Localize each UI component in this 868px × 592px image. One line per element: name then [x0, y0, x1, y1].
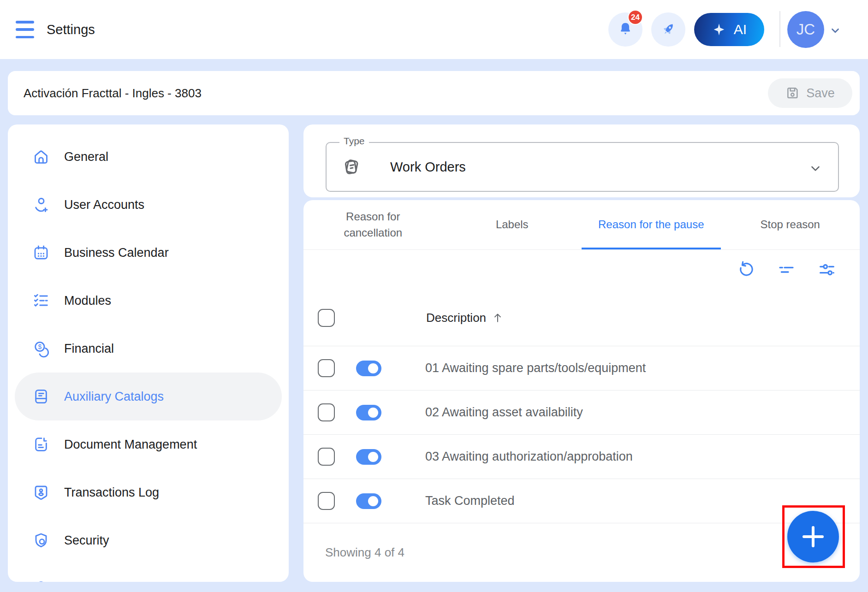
notifications-button[interactable]: 24	[608, 12, 642, 47]
enabled-toggle[interactable]	[356, 449, 381, 465]
notification-count-badge: 24	[628, 10, 643, 25]
table-row: 01 Awaiting spare parts/tools/equipment	[303, 346, 860, 390]
sidebar-item-modules[interactable]: Modules	[15, 277, 282, 325]
sidebar-item-label: Security	[64, 533, 109, 548]
user-avatar[interactable]: JC	[787, 11, 824, 48]
document-toolbar: Activación Fracttal - Ingles - 3803 Save	[8, 71, 860, 115]
sidebar-item-label: Modules	[64, 294, 111, 308]
account-menu-chevron-down-icon[interactable]	[829, 24, 841, 36]
type-field-label: Type	[339, 136, 369, 147]
sort-ascending-arrow-icon	[492, 312, 504, 324]
sidebar-item-financial[interactable]: $ Financial	[15, 325, 282, 373]
sidebar-item-api-connections[interactable]: API Connections	[15, 564, 282, 582]
type-select[interactable]: Type Work Orders	[326, 142, 839, 192]
sidebar-item-label: User Accounts	[64, 198, 144, 212]
top-header: Settings 24 A	[0, 0, 868, 59]
catalog-content-card: Reason for cancellation Labels Reason fo…	[303, 200, 860, 582]
sidebar-item-label: Business Calendar	[64, 246, 169, 260]
sidebar-item-label: Document Management	[64, 438, 197, 452]
tab-reason-for-cancellation[interactable]: Reason for cancellation	[303, 200, 443, 249]
showing-count-label: Showing 4 of 4	[325, 545, 404, 560]
sidebar-item-label: API Connections	[64, 581, 157, 582]
refresh-button[interactable]	[736, 260, 755, 279]
row-checkbox[interactable]	[318, 359, 335, 377]
row-description: 03 Awaiting authorization/approbation	[425, 450, 633, 464]
row-description: 02 Awaiting asset availability	[425, 405, 583, 420]
row-checkbox[interactable]	[318, 492, 335, 510]
save-button-label: Save	[806, 86, 835, 101]
ai-button-label: AI	[734, 22, 747, 37]
tab-label: Reason for cancellation	[332, 209, 415, 241]
user-add-icon	[32, 195, 50, 214]
type-chevron-down-icon	[809, 161, 822, 175]
modules-checklist-icon	[32, 291, 50, 310]
tab-label: Stop reason	[761, 217, 820, 233]
table-row: Task Completed	[303, 479, 860, 523]
api-globe-icon	[32, 579, 50, 582]
row-checkbox[interactable]	[318, 448, 335, 466]
sidebar-item-transactions-log[interactable]: Transactions Log	[15, 468, 282, 516]
settings-sidebar: General User Accounts Business Calendar	[8, 124, 289, 582]
catalog-book-icon	[32, 387, 50, 406]
sidebar-item-business-calendar[interactable]: Business Calendar	[15, 229, 282, 277]
sparkle-icon	[712, 22, 726, 37]
calendar-icon	[32, 243, 50, 262]
save-floppy-icon	[785, 86, 800, 101]
type-select-value: Work Orders	[390, 160, 466, 175]
row-description: 01 Awaiting spare parts/tools/equipment	[425, 361, 646, 375]
sidebar-item-label: Auxiliary Catalogs	[64, 390, 164, 404]
tab-label: Reason for the pause	[598, 217, 704, 233]
document-title: Activación Fracttal - Ingles - 3803	[24, 86, 202, 101]
enabled-toggle[interactable]	[356, 361, 381, 376]
sidebar-item-label: Financial	[64, 342, 114, 356]
page-title: Settings	[47, 22, 95, 37]
header-divider	[779, 11, 780, 47]
column-settings-button[interactable]	[817, 260, 837, 279]
transactions-badge-icon	[32, 483, 50, 502]
sidebar-item-security[interactable]: Security	[15, 516, 282, 564]
table-row: 02 Awaiting asset availability	[303, 390, 860, 434]
sidebar-item-label: Transactions Log	[64, 485, 159, 500]
table-footer: Showing 4 of 4	[303, 523, 860, 582]
whats-new-button[interactable]	[651, 12, 685, 47]
work-orders-icon	[341, 157, 362, 177]
financial-coin-icon: $	[32, 339, 50, 358]
tab-reason-for-the-pause[interactable]: Reason for the pause	[582, 200, 721, 249]
save-button[interactable]: Save	[768, 78, 852, 108]
select-all-checkbox[interactable]	[318, 309, 335, 327]
table-row: 03 Awaiting authorization/approbation	[303, 434, 860, 479]
sidebar-item-user-accounts[interactable]: User Accounts	[15, 181, 282, 229]
catalog-tabbar: Reason for cancellation Labels Reason fo…	[303, 200, 860, 250]
row-description: Task Completed	[425, 494, 515, 508]
sidebar-item-document-management[interactable]: Document Management	[15, 420, 282, 468]
rocket-icon	[660, 21, 677, 38]
tab-stop-reason[interactable]: Stop reason	[721, 200, 860, 249]
svg-text:$: $	[38, 343, 42, 350]
type-select-card: Type Work Orders	[303, 124, 860, 197]
menu-hamburger-icon[interactable]	[16, 21, 34, 38]
description-column-label: Description	[426, 311, 486, 325]
table-actions-row	[303, 250, 860, 290]
add-item-fab-button[interactable]	[787, 511, 839, 562]
document-clock-icon	[32, 435, 50, 454]
enabled-toggle[interactable]	[356, 493, 381, 509]
plus-icon	[812, 526, 814, 547]
ai-assistant-button[interactable]: AI	[694, 13, 764, 46]
table-header-row: Description	[303, 290, 860, 346]
tab-label: Labels	[496, 217, 529, 233]
sidebar-item-general[interactable]: General	[15, 133, 282, 181]
sidebar-item-label: General	[64, 150, 108, 164]
tab-labels[interactable]: Labels	[443, 200, 582, 249]
row-checkbox[interactable]	[318, 403, 335, 421]
enabled-toggle[interactable]	[356, 405, 381, 420]
security-shield-icon	[32, 531, 50, 550]
home-icon	[32, 148, 50, 166]
filter-button[interactable]	[777, 260, 796, 279]
sidebar-item-auxiliary-catalogs[interactable]: Auxiliary Catalogs	[15, 373, 282, 420]
description-column-header[interactable]: Description	[426, 311, 504, 325]
